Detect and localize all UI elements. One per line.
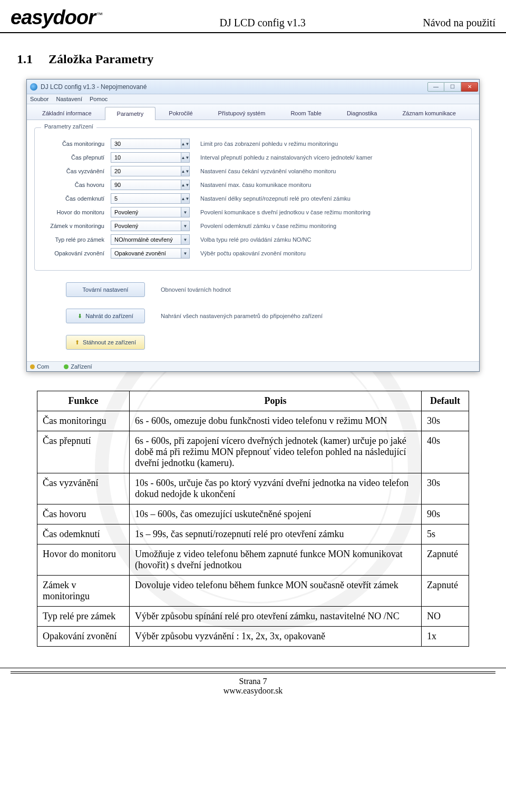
cell-def: 40s: [422, 431, 469, 473]
form-row: Typ relé pro zámek NO/normálně otevřený▼…: [42, 234, 464, 245]
section-number: 1.1: [17, 52, 45, 66]
cell-func: Typ relé pre zámek: [37, 607, 130, 627]
spinner-icon[interactable]: ▲▼: [181, 153, 189, 162]
action-row-download: ⬆ Stáhnout ze zařízení: [66, 335, 472, 350]
form-row: Hovor do monitoru Povolený▼ Povolení kom…: [42, 207, 464, 217]
cell-def: 5s: [422, 524, 469, 544]
cell-def: NO: [422, 607, 469, 627]
field-label: Čas odemknutí: [42, 195, 111, 202]
spinner-icon[interactable]: ▲▼: [181, 180, 189, 190]
table-row: Čas vyzvánění 10s - 600s, určuje čas po …: [37, 473, 469, 504]
download-button[interactable]: ⬆ Stáhnout ze zařízení: [66, 335, 145, 350]
form-row: Čas monitoringu 30▲▼ Limit pro čas zobra…: [42, 138, 464, 149]
cell-def: 30s: [422, 473, 469, 504]
tab-panel: Parametry zařízení Čas monitoringu 30▲▼ …: [27, 120, 479, 361]
page-footer: Strana 7 www.easydoor.sk: [0, 668, 506, 704]
cell-def: Zapnuté: [422, 544, 469, 576]
spinner-icon[interactable]: ▲▼: [181, 166, 189, 176]
form-row: Čas hovoru 90▲▼ Nastavení max. času komu…: [42, 180, 464, 190]
statusbar: Com Zařízení: [27, 361, 479, 371]
field-label: Čas přepnutí: [42, 154, 111, 161]
window-title: DJ LCD config v1.3 - Nepojmenované: [41, 83, 427, 91]
dropdown-input[interactable]: Povolený▼: [111, 207, 190, 217]
maximize-button[interactable]: ☐: [444, 82, 461, 92]
section-title: 1.1 Záložka Parametry: [0, 33, 506, 79]
field-label: Typ relé pro zámek: [42, 236, 111, 243]
table-row: Opakování zvonění Výběr způsobu vyzváněn…: [37, 627, 469, 647]
chevron-down-icon[interactable]: ▼: [181, 235, 189, 244]
cell-def: 90s: [422, 504, 469, 524]
logo: easydoor™: [11, 6, 102, 29]
spin-input[interactable]: 10▲▼: [111, 152, 190, 163]
field-desc: Povolení komunikace s dveřní jednotkou v…: [190, 209, 371, 215]
spin-input[interactable]: 5▲▼: [111, 193, 190, 204]
tab-comm[interactable]: Záznam komunikace: [390, 106, 468, 120]
window-buttons: — ☐ ✕: [427, 82, 478, 92]
tab-parametry[interactable]: Parametry: [105, 107, 156, 120]
tab-diag[interactable]: Diagnostika: [335, 106, 389, 120]
upload-desc: Nahrání všech nastavených parametrů do p…: [161, 313, 323, 319]
cell-desc: 10s – 600s, čas omezující uskutečněné sp…: [130, 504, 422, 524]
chevron-down-icon[interactable]: ▼: [181, 221, 189, 231]
upload-label: Nahrát do zařízení: [85, 313, 133, 319]
minimize-button[interactable]: —: [427, 82, 444, 92]
device-indicator-icon: [64, 364, 69, 369]
factory-reset-button[interactable]: Tovární nastavení: [66, 282, 145, 297]
logo-tm: ™: [96, 11, 102, 18]
form-row: Čas odemknutí 5▲▼ Nastavení délky sepnut…: [42, 193, 464, 204]
com-indicator-icon: [30, 364, 35, 369]
form-row: Čas vyzvánění 20▲▼ Nastavení času čekání…: [42, 166, 464, 176]
field-desc: Volba typu relé pro ovládání zámku NO/NC: [190, 236, 311, 243]
table-row: Typ relé pre zámek Výběr způsobu spínání…: [37, 607, 469, 627]
footer-page: Strana 7: [0, 677, 506, 686]
cell-desc: 6s - 600s, při zapojení vícero dveřných …: [130, 431, 422, 473]
tabstrip: Základní informace Parametry Pokročilé P…: [27, 104, 479, 120]
description-table: Funkce Popis Default Čas monitoringu 6s …: [37, 391, 469, 647]
field-desc: Nastavení max. času komunikace monitoru: [190, 182, 311, 188]
chevron-down-icon[interactable]: ▼: [181, 249, 189, 258]
field-desc: Povolení odemknutí zámku v čase režimu m…: [190, 223, 336, 229]
chevron-down-icon[interactable]: ▼: [181, 207, 189, 217]
form-row: Čas přepnutí 10▲▼ Interval přepnutí pohl…: [42, 152, 464, 163]
field-label: Čas hovoru: [42, 182, 111, 188]
footer-url: www.easydoor.sk: [0, 686, 506, 696]
spinner-icon[interactable]: ▲▼: [181, 139, 189, 148]
tab-basic[interactable]: Základní informace: [30, 106, 104, 120]
cell-func: Čas přepnutí: [37, 431, 130, 473]
cell-def: Zapnuté: [422, 576, 469, 607]
cell-func: Čas hovoru: [37, 504, 130, 524]
table-row: Zámek v monitoringu Dovoluje video telef…: [37, 576, 469, 607]
spin-input[interactable]: 30▲▼: [111, 138, 190, 149]
upload-button[interactable]: ⬇ Nahrát do zařízení: [66, 309, 145, 323]
cell-func: Čas odemknutí: [37, 524, 130, 544]
fieldset-legend: Parametry zařízení: [41, 123, 96, 130]
field-label: Zámek v monitoringu: [42, 223, 111, 229]
tab-room[interactable]: Room Table: [278, 106, 334, 120]
download-icon: ⬆: [75, 339, 80, 346]
app-window: DJ LCD config v1.3 - Nepojmenované — ☐ ✕…: [26, 79, 480, 372]
field-desc: Nastavení času čekání vyzvánění volaného…: [190, 168, 336, 174]
dropdown-input[interactable]: Povolený▼: [111, 221, 190, 231]
page-header: easydoor™ DJ LCD config v1.3 Návod na po…: [0, 0, 506, 33]
status-com: Com: [30, 363, 49, 370]
cell-def: 30s: [422, 411, 469, 431]
spin-input[interactable]: 20▲▼: [111, 166, 190, 176]
cell-desc: 6s - 600s, omezuje dobu funkčnosti video…: [130, 411, 422, 431]
close-button[interactable]: ✕: [461, 82, 478, 92]
menu-settings[interactable]: Nastavení: [56, 96, 82, 102]
dropdown-input[interactable]: NO/normálně otevřený▼: [111, 234, 190, 245]
dropdown-input[interactable]: Opakované zvonění▼: [111, 248, 190, 259]
tab-access[interactable]: Přístupový systém: [206, 106, 278, 120]
cell-desc: 10s - 600s, určuje čas po ktorý vyzvání …: [130, 473, 422, 504]
menu-help[interactable]: Pomoc: [90, 96, 108, 102]
table-header-row: Funkce Popis Default: [37, 391, 469, 411]
status-device-label: Zařízení: [71, 363, 92, 370]
spin-input[interactable]: 90▲▼: [111, 180, 190, 190]
status-com-label: Com: [37, 363, 49, 370]
tab-advanced[interactable]: Pokročilé: [157, 106, 205, 120]
header-doc-title: DJ LCD config v1.3: [219, 17, 305, 29]
spinner-icon[interactable]: ▲▼: [181, 194, 189, 203]
cell-desc: Výběr způsobu vyzvánění : 1x, 2x, 3x, op…: [130, 627, 422, 647]
menu-file[interactable]: Soubor: [30, 96, 48, 102]
app-icon: [30, 83, 37, 91]
